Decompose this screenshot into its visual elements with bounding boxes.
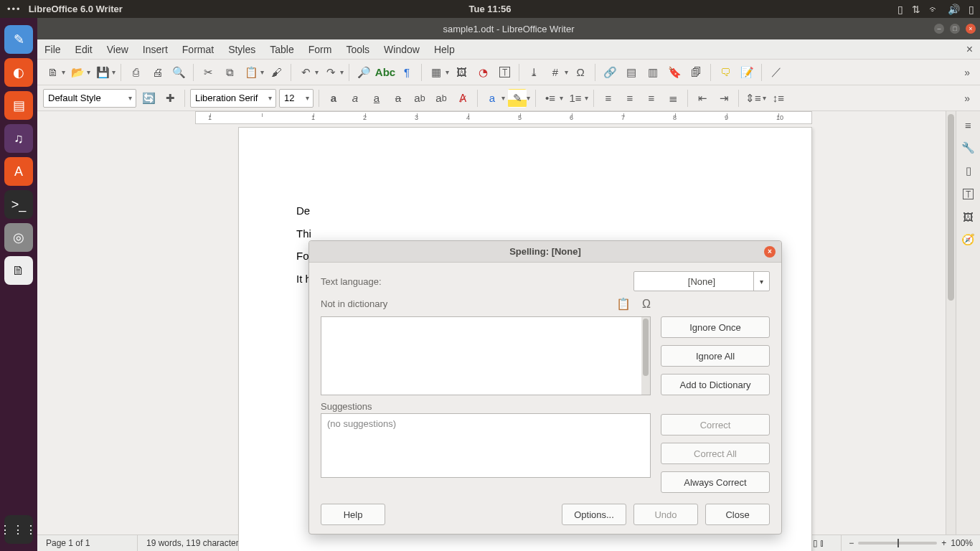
zoom-value[interactable]: 100%	[951, 538, 973, 548]
toolbar-overflow-button[interactable]: »	[960, 67, 974, 78]
sidebar-navigator-icon[interactable]: 🧭	[959, 230, 978, 249]
correct-button[interactable]: Correct	[661, 414, 770, 435]
launcher-chromium-icon[interactable]: ◎	[4, 223, 33, 252]
insert-pagebreak-icon[interactable]: ⤓	[524, 63, 543, 82]
launcher-software-icon[interactable]: A	[4, 157, 33, 186]
undo-button[interactable]: Undo	[633, 504, 698, 525]
paste-special-icon[interactable]: 📋	[616, 297, 631, 311]
font-color-icon[interactable]: a	[483, 89, 501, 108]
launcher-music-icon[interactable]: ♫	[4, 124, 33, 153]
window-minimize-button[interactable]: –	[934, 24, 944, 34]
insert-endnote-icon[interactable]: ▥	[644, 63, 662, 82]
menu-file[interactable]: File	[44, 44, 61, 55]
add-to-dictionary-button[interactable]: Add to Dictionary	[661, 374, 770, 395]
align-left-icon[interactable]: ≡	[599, 89, 618, 108]
menu-view[interactable]: View	[107, 44, 128, 55]
clock[interactable]: Tue 11:56	[468, 4, 511, 14]
underline-icon[interactable]: a	[367, 89, 386, 108]
bullet-list-icon[interactable]: •≡	[541, 89, 560, 108]
sidebar-settings-icon[interactable]: ≡	[959, 116, 978, 134]
special-char-icon[interactable]: Ω	[642, 298, 651, 311]
cut-icon[interactable]: ✂	[199, 63, 217, 82]
italic-icon[interactable]: a	[346, 89, 364, 108]
textarea-scrollbar[interactable]	[641, 317, 650, 395]
window-close-button[interactable]: ×	[966, 24, 976, 34]
open-icon[interactable]: 📂	[68, 63, 87, 82]
insert-image-icon[interactable]: 🖼	[452, 63, 471, 82]
status-page[interactable]: Page 1 of 1	[37, 535, 138, 551]
zoom-in-button[interactable]: +	[941, 538, 946, 548]
paragraph-style-combo[interactable]: Default Style	[43, 89, 136, 108]
wifi-icon[interactable]: ᯤ	[929, 4, 939, 15]
menu-format[interactable]: Format	[182, 44, 214, 55]
menu-window[interactable]: Window	[384, 44, 420, 55]
print-preview-icon[interactable]: 🔍	[169, 63, 188, 82]
insert-line-icon[interactable]: ／	[767, 63, 786, 82]
volume-icon[interactable]: 🔊	[948, 4, 960, 15]
sidebar-page-icon[interactable]: ▯	[959, 161, 978, 180]
active-app-title[interactable]: LibreOffice 6.0 Writer	[29, 4, 123, 14]
network-icon[interactable]: ⇅	[912, 4, 920, 15]
undo-icon[interactable]: ↶	[296, 63, 315, 82]
format-paintbrush-icon[interactable]: 🖌	[267, 63, 286, 82]
launcher-impress-icon[interactable]: ▤	[4, 91, 33, 120]
export-pdf-icon[interactable]: ⎙	[126, 63, 145, 82]
save-icon[interactable]: 💾	[93, 63, 112, 82]
font-name-combo[interactable]: Liberation Serif	[190, 89, 276, 108]
insert-symbol-icon[interactable]: Ω	[571, 63, 590, 82]
sidebar-styles-icon[interactable]: 🅃	[959, 184, 978, 203]
menu-styles[interactable]: Styles	[228, 44, 255, 55]
insert-crossref-icon[interactable]: 🗐	[687, 63, 705, 82]
new-icon[interactable]: 🗎	[43, 63, 62, 82]
justify-icon[interactable]: ≣	[664, 89, 682, 108]
ignore-once-button[interactable]: Ignore Once	[661, 316, 770, 338]
launcher-writer-icon[interactable]: ✎	[4, 25, 33, 54]
spellcheck-icon[interactable]: Abc	[376, 63, 395, 82]
zoom-out-button[interactable]: −	[849, 538, 854, 548]
window-maximize-button[interactable]: □	[950, 24, 960, 34]
align-center-icon[interactable]: ≡	[621, 89, 639, 108]
indent-icon[interactable]: ⇥	[715, 89, 733, 108]
text-language-select[interactable]: [None] ▾	[633, 271, 770, 291]
dialog-titlebar[interactable]: Spelling: [None] ×	[309, 241, 781, 263]
paste-icon[interactable]: 📋	[242, 63, 260, 82]
number-list-icon[interactable]: 1≡	[566, 89, 585, 108]
menu-tools[interactable]: Tools	[346, 44, 369, 55]
clear-format-icon[interactable]: A̷	[453, 89, 472, 108]
menu-form[interactable]: Form	[308, 44, 332, 55]
redo-icon[interactable]: ↷	[321, 63, 340, 82]
dialog-close-button[interactable]: ×	[764, 246, 776, 258]
para-spacing-icon[interactable]: ↕≡	[769, 89, 788, 108]
formatting-marks-icon[interactable]: ¶	[397, 63, 416, 82]
highlight-icon[interactable]: ✎	[508, 89, 527, 108]
suggestions-listbox[interactable]: (no suggestions)	[321, 413, 651, 478]
menu-table[interactable]: Table	[270, 44, 293, 55]
find-replace-icon[interactable]: 🔎	[354, 63, 373, 82]
strikethrough-icon[interactable]: a	[389, 89, 407, 108]
insert-hyperlink-icon[interactable]: 🔗	[600, 63, 619, 82]
outdent-icon[interactable]: ⇤	[693, 89, 712, 108]
not-in-dictionary-textarea[interactable]	[321, 316, 651, 395]
print-icon[interactable]: 🖨	[148, 63, 166, 82]
launcher-firefox-icon[interactable]: ◐	[4, 58, 33, 87]
always-correct-button[interactable]: Always Correct	[661, 471, 770, 493]
sidebar-gallery-icon[interactable]: 🖼	[959, 207, 978, 226]
launcher-terminal-icon[interactable]: >_	[4, 190, 33, 219]
ignore-all-button[interactable]: Ignore All	[661, 345, 770, 367]
document-close-button[interactable]: ×	[966, 43, 973, 56]
line-spacing-icon[interactable]: ⇕≡	[744, 89, 763, 108]
horizontal-ruler[interactable]: 112345678910	[195, 111, 812, 124]
menu-edit[interactable]: Edit	[75, 44, 93, 55]
options-button[interactable]: Options...	[562, 504, 626, 525]
launcher-document-icon[interactable]: 🗎	[4, 256, 33, 285]
close-button[interactable]: Close	[705, 504, 770, 525]
menu-help[interactable]: Help	[434, 44, 455, 55]
activities-menu[interactable]: •••	[0, 4, 29, 14]
font-size-combo[interactable]: 12	[279, 89, 314, 108]
show-apps-button[interactable]: ⋮⋮⋮	[4, 515, 33, 544]
insert-table-icon[interactable]: ▦	[427, 63, 446, 82]
phone-icon[interactable]: ▯	[897, 4, 903, 15]
format-toolbar-overflow-button[interactable]: »	[960, 93, 974, 104]
help-button[interactable]: Help	[321, 504, 385, 525]
zoom-slider[interactable]	[858, 542, 937, 545]
